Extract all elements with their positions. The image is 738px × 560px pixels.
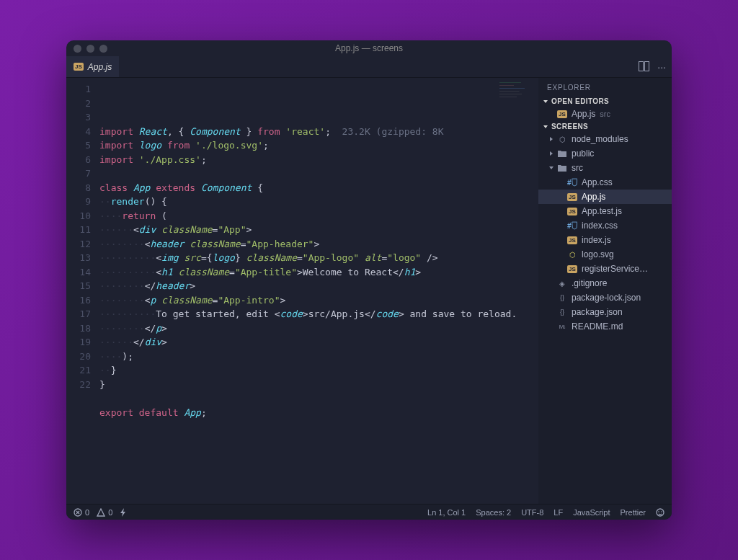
file-name: index.css [582,221,618,231]
file-item[interactable]: JSindex.js [538,233,672,247]
file-item[interactable]: App.css [538,175,672,190]
code-line[interactable]: ········</header> [99,279,538,293]
code-line[interactable]: ··········<img src={logo} className="App… [99,251,538,265]
file-item[interactable]: JSApp.js [538,190,672,204]
file-item[interactable]: package.json [538,305,672,319]
line-number: 8 [66,181,91,195]
zoom-window-button[interactable] [99,45,107,53]
folder-item[interactable]: src [538,161,672,175]
folder-icon [557,163,567,173]
file-name: App.js [582,192,605,202]
code-line[interactable]: class App extends Component { [99,181,538,195]
line-number: 4 [66,125,91,139]
code-line[interactable]: } [99,378,538,392]
status-formatter[interactable]: Prettier [621,508,646,517]
file-name: App.test.js [582,206,622,216]
code-line[interactable]: ········</p> [99,321,538,336]
explorer-title: EXPLORER [538,82,672,96]
code-line[interactable] [99,166,538,181]
feedback-icon[interactable] [656,508,664,517]
line-number: 3 [66,110,91,125]
js-file-icon: JS [567,235,577,245]
line-number: 15 [66,279,91,293]
line-number: 9 [66,195,91,209]
code-line[interactable]: import './App.css'; [99,153,538,167]
css-file-icon [567,177,577,187]
line-number: 14 [66,265,91,280]
folder-item[interactable]: node_modules [538,132,672,146]
file-name: logo.svg [582,249,614,259]
file-item[interactable]: JSApp.test.js [538,204,672,218]
js-file-icon: JS [567,192,577,202]
split-editor-icon[interactable] [639,61,650,73]
file-name: package.json [572,307,623,317]
svg-point-4 [658,511,659,512]
minimize-window-button[interactable] [86,45,94,53]
code-line[interactable]: ······</div> [99,335,538,350]
code-line[interactable]: ········<header className="App-header"> [99,237,538,252]
close-window-button[interactable] [74,45,81,53]
folder-item[interactable]: public [538,146,672,161]
file-item[interactable]: logo.svg [538,247,672,262]
file-name: package-lock.json [572,293,641,303]
code-line[interactable] [99,391,538,406]
line-number: 11 [66,223,91,237]
code-line[interactable]: ······<div className="App"> [99,223,538,237]
explorer-section-header[interactable]: OPEN EDITORS [538,96,672,107]
node-modules-icon [557,134,567,144]
file-name: App.js [572,109,595,119]
file-name: App.css [582,177,613,187]
status-language[interactable]: JavaScript [573,508,610,517]
file-path-hint: src [600,110,610,118]
status-indent[interactable]: Spaces: 2 [476,508,511,517]
tab-filename: App.js [88,62,112,72]
json-file-icon [557,293,567,303]
file-name: .gitignore [572,278,607,288]
line-number: 5 [66,138,91,153]
status-eol[interactable]: LF [554,508,563,517]
status-encoding[interactable]: UTF-8 [521,508,543,517]
file-item[interactable]: index.css [538,218,672,233]
status-warnings[interactable]: 0 [97,508,112,517]
code-area[interactable]: import React, { Component } from 'react'… [99,78,538,504]
code-line[interactable]: ··········To get started, edit <code>src… [99,307,538,321]
file-item[interactable]: JSApp.js src [538,107,672,121]
window-title: App.js — screens [66,43,672,53]
tab-app-js[interactable]: JS App.js [66,56,119,77]
bolt-icon[interactable] [120,508,127,517]
line-number: 7 [66,166,91,181]
line-number: 16 [66,293,91,308]
code-line[interactable]: import logo from './logo.svg'; [99,138,538,153]
code-line[interactable]: ····return ( [99,209,538,223]
line-number: 12 [66,237,91,252]
code-line[interactable]: import React, { Component } from 'react'… [99,125,538,139]
code-line[interactable]: export default App; [99,406,538,420]
svg-rect-0 [639,61,644,71]
status-cursor-position[interactable]: Ln 1, Col 1 [427,508,466,517]
explorer-section-header[interactable]: SCREENS [538,121,672,132]
chevron-icon [550,151,553,156]
line-number: 18 [66,321,91,336]
file-item[interactable]: package-lock.json [538,290,672,305]
status-errors[interactable]: 0 [74,508,89,517]
line-number: 22 [66,378,91,392]
svg-file-icon [567,249,577,259]
more-actions-icon[interactable]: ··· [657,61,666,73]
titlebar[interactable]: App.js — screens [66,40,672,56]
file-name: registerService… [582,264,648,274]
file-item[interactable]: .gitignore [538,276,672,290]
code-line[interactable]: ··render() { [99,195,538,209]
minimap[interactable] [499,81,535,110]
file-item[interactable]: JSregisterService… [538,262,672,276]
code-line[interactable] [99,419,538,434]
js-file-icon: JS [567,206,577,216]
code-line[interactable]: ····); [99,350,538,364]
code-editor[interactable]: 12345678910111213141516171819202122 impo… [66,78,538,504]
code-line[interactable]: ··········<h1 className="App-title">Welc… [99,265,538,280]
file-name: README.md [572,321,623,332]
chevron-icon [550,137,553,141]
code-line[interactable]: ··} [99,363,538,378]
line-number: 17 [66,307,91,321]
file-item[interactable]: README.md [538,319,672,334]
code-line[interactable]: ········<p className="App-intro"> [99,293,538,308]
